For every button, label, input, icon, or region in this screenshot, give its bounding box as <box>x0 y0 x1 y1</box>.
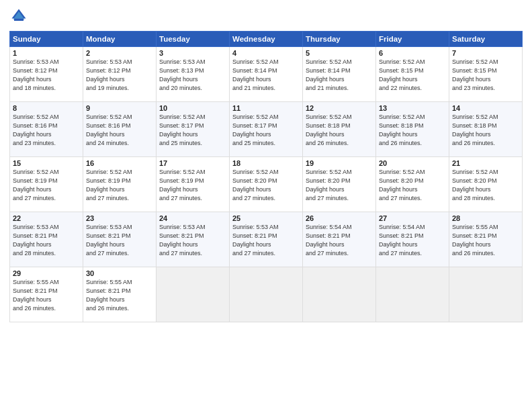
calendar-week-row: 8 Sunrise: 5:52 AM Sunset: 8:16 PM Dayli… <box>10 102 523 157</box>
day-number: 23 <box>86 214 153 222</box>
day-number: 14 <box>452 104 519 112</box>
weekday-header-cell: Saturday <box>449 32 523 47</box>
day-info: Sunrise: 5:52 AM Sunset: 8:19 PM Dayligh… <box>159 168 226 203</box>
day-number: 20 <box>379 159 446 167</box>
day-number: 16 <box>86 159 153 167</box>
calendar-page: SundayMondayTuesdayWednesdayThursdayFrid… <box>0 0 532 411</box>
day-info: Sunrise: 5:52 AM Sunset: 8:19 PM Dayligh… <box>13 168 80 203</box>
day-number: 8 <box>13 104 80 112</box>
weekday-header-cell: Friday <box>376 32 449 47</box>
day-number: 6 <box>379 49 446 57</box>
calendar-day-cell: 5 Sunrise: 5:52 AM Sunset: 8:14 PM Dayli… <box>303 47 376 102</box>
calendar-day-cell: 24 Sunrise: 5:53 AM Sunset: 8:21 PM Dayl… <box>157 212 230 267</box>
day-info: Sunrise: 5:52 AM Sunset: 8:16 PM Dayligh… <box>86 113 153 148</box>
day-number: 30 <box>86 269 153 277</box>
day-info: Sunrise: 5:54 AM Sunset: 8:21 PM Dayligh… <box>379 223 446 258</box>
calendar-day-cell: 7 Sunrise: 5:52 AM Sunset: 8:15 PM Dayli… <box>449 47 523 102</box>
calendar-day-cell: 23 Sunrise: 5:53 AM Sunset: 8:21 PM Dayl… <box>83 212 157 267</box>
calendar-day-cell: 11 Sunrise: 5:52 AM Sunset: 8:17 PM Dayl… <box>230 102 303 157</box>
weekday-header-cell: Wednesday <box>230 32 303 47</box>
day-number: 2 <box>86 49 153 57</box>
day-number: 3 <box>159 49 226 57</box>
calendar-day-cell: 28 Sunrise: 5:55 AM Sunset: 8:21 PM Dayl… <box>449 212 523 267</box>
day-number: 24 <box>159 214 226 222</box>
calendar-day-cell: 2 Sunrise: 5:53 AM Sunset: 8:12 PM Dayli… <box>83 47 157 102</box>
calendar-day-cell: 19 Sunrise: 5:52 AM Sunset: 8:20 PM Dayl… <box>303 157 376 212</box>
day-info: Sunrise: 5:52 AM Sunset: 8:19 PM Dayligh… <box>86 168 153 203</box>
calendar-day-cell: 21 Sunrise: 5:52 AM Sunset: 8:20 PM Dayl… <box>449 157 523 212</box>
day-number: 9 <box>86 104 153 112</box>
calendar-table: SundayMondayTuesdayWednesdayThursdayFrid… <box>9 31 523 322</box>
day-info: Sunrise: 5:52 AM Sunset: 8:20 PM Dayligh… <box>379 168 446 203</box>
calendar-day-cell <box>376 267 449 322</box>
day-info: Sunrise: 5:52 AM Sunset: 8:18 PM Dayligh… <box>306 113 373 148</box>
day-info: Sunrise: 5:55 AM Sunset: 8:21 PM Dayligh… <box>452 223 519 258</box>
calendar-week-row: 29 Sunrise: 5:55 AM Sunset: 8:21 PM Dayl… <box>10 267 523 322</box>
calendar-day-cell: 30 Sunrise: 5:55 AM Sunset: 8:21 PM Dayl… <box>83 267 157 322</box>
day-number: 27 <box>379 214 446 222</box>
calendar-day-cell: 29 Sunrise: 5:55 AM Sunset: 8:21 PM Dayl… <box>10 267 83 322</box>
day-info: Sunrise: 5:52 AM Sunset: 8:18 PM Dayligh… <box>452 113 519 148</box>
day-number: 29 <box>13 269 80 277</box>
calendar-day-cell: 10 Sunrise: 5:52 AM Sunset: 8:17 PM Dayl… <box>157 102 230 157</box>
day-number: 4 <box>232 49 300 57</box>
weekday-header-row: SundayMondayTuesdayWednesdayThursdayFrid… <box>10 32 523 47</box>
day-number: 5 <box>306 49 373 57</box>
calendar-day-cell: 12 Sunrise: 5:52 AM Sunset: 8:18 PM Dayl… <box>303 102 376 157</box>
day-number: 7 <box>452 49 519 57</box>
day-number: 19 <box>306 159 373 167</box>
calendar-day-cell: 13 Sunrise: 5:52 AM Sunset: 8:18 PM Dayl… <box>376 102 449 157</box>
day-number: 17 <box>159 159 226 167</box>
day-number: 11 <box>232 104 300 112</box>
day-number: 10 <box>159 104 226 112</box>
day-number: 18 <box>232 159 300 167</box>
day-number: 26 <box>306 214 373 222</box>
logo-icon <box>9 7 28 26</box>
page-header <box>9 7 523 26</box>
calendar-day-cell: 8 Sunrise: 5:52 AM Sunset: 8:16 PM Dayli… <box>10 102 83 157</box>
calendar-week-row: 22 Sunrise: 5:53 AM Sunset: 8:21 PM Dayl… <box>10 212 523 267</box>
calendar-day-cell <box>230 267 303 322</box>
day-info: Sunrise: 5:53 AM Sunset: 8:13 PM Dayligh… <box>159 58 226 93</box>
calendar-week-row: 1 Sunrise: 5:53 AM Sunset: 8:12 PM Dayli… <box>10 47 523 102</box>
day-info: Sunrise: 5:52 AM Sunset: 8:17 PM Dayligh… <box>159 113 226 148</box>
day-info: Sunrise: 5:55 AM Sunset: 8:21 PM Dayligh… <box>86 278 153 313</box>
calendar-day-cell: 26 Sunrise: 5:54 AM Sunset: 8:21 PM Dayl… <box>303 212 376 267</box>
day-info: Sunrise: 5:53 AM Sunset: 8:12 PM Dayligh… <box>86 58 153 93</box>
calendar-day-cell: 22 Sunrise: 5:53 AM Sunset: 8:21 PM Dayl… <box>10 212 83 267</box>
calendar-day-cell <box>449 267 523 322</box>
day-info: Sunrise: 5:52 AM Sunset: 8:15 PM Dayligh… <box>452 58 519 93</box>
calendar-day-cell: 9 Sunrise: 5:52 AM Sunset: 8:16 PM Dayli… <box>83 102 157 157</box>
calendar-day-cell: 25 Sunrise: 5:53 AM Sunset: 8:21 PM Dayl… <box>230 212 303 267</box>
day-info: Sunrise: 5:53 AM Sunset: 8:12 PM Dayligh… <box>13 58 80 93</box>
day-number: 13 <box>379 104 446 112</box>
day-info: Sunrise: 5:52 AM Sunset: 8:20 PM Dayligh… <box>452 168 519 203</box>
day-number: 21 <box>452 159 519 167</box>
calendar-body: 1 Sunrise: 5:53 AM Sunset: 8:12 PM Dayli… <box>10 47 523 322</box>
day-info: Sunrise: 5:53 AM Sunset: 8:21 PM Dayligh… <box>159 223 226 258</box>
calendar-day-cell: 1 Sunrise: 5:53 AM Sunset: 8:12 PM Dayli… <box>10 47 83 102</box>
calendar-day-cell <box>157 267 230 322</box>
calendar-day-cell <box>303 267 376 322</box>
calendar-day-cell: 15 Sunrise: 5:52 AM Sunset: 8:19 PM Dayl… <box>10 157 83 212</box>
day-info: Sunrise: 5:52 AM Sunset: 8:16 PM Dayligh… <box>13 113 80 148</box>
day-info: Sunrise: 5:55 AM Sunset: 8:21 PM Dayligh… <box>13 278 80 313</box>
day-info: Sunrise: 5:52 AM Sunset: 8:20 PM Dayligh… <box>232 168 300 203</box>
calendar-week-row: 15 Sunrise: 5:52 AM Sunset: 8:19 PM Dayl… <box>10 157 523 212</box>
day-info: Sunrise: 5:52 AM Sunset: 8:14 PM Dayligh… <box>232 58 300 93</box>
day-info: Sunrise: 5:52 AM Sunset: 8:17 PM Dayligh… <box>232 113 300 148</box>
day-number: 15 <box>13 159 80 167</box>
day-info: Sunrise: 5:52 AM Sunset: 8:14 PM Dayligh… <box>306 58 373 93</box>
weekday-header-cell: Monday <box>83 32 157 47</box>
calendar-day-cell: 20 Sunrise: 5:52 AM Sunset: 8:20 PM Dayl… <box>376 157 449 212</box>
day-number: 12 <box>306 104 373 112</box>
calendar-day-cell: 17 Sunrise: 5:52 AM Sunset: 8:19 PM Dayl… <box>157 157 230 212</box>
day-number: 25 <box>232 214 300 222</box>
calendar-day-cell: 18 Sunrise: 5:52 AM Sunset: 8:20 PM Dayl… <box>230 157 303 212</box>
logo <box>9 7 31 26</box>
weekday-header-cell: Sunday <box>10 32 83 47</box>
calendar-day-cell: 27 Sunrise: 5:54 AM Sunset: 8:21 PM Dayl… <box>376 212 449 267</box>
svg-rect-2 <box>14 19 24 21</box>
day-info: Sunrise: 5:53 AM Sunset: 8:21 PM Dayligh… <box>232 223 300 258</box>
calendar-day-cell: 16 Sunrise: 5:52 AM Sunset: 8:19 PM Dayl… <box>83 157 157 212</box>
